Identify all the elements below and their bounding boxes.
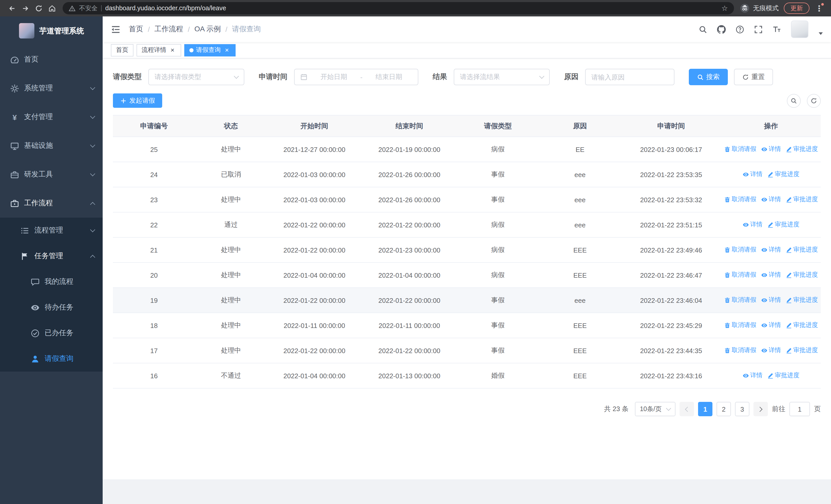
sidebar-item-system[interactable]: 系统管理: [0, 74, 103, 102]
sidebar-item-done-tasks[interactable]: 已办任务: [0, 320, 103, 346]
browser-refresh-icon[interactable]: [32, 2, 45, 15]
browser-forward-icon[interactable]: [19, 2, 32, 15]
page-size-select[interactable]: 10条/页: [635, 402, 676, 416]
collapse-sidebar-icon[interactable]: [111, 24, 121, 34]
op-cancel-link[interactable]: 取消请假: [724, 271, 756, 279]
tab-leave-query[interactable]: 请假查询 ×: [184, 44, 236, 56]
table-row[interactable]: 20 处理中 2022-01-04 00:00:00 2022-01-04 00…: [113, 263, 821, 288]
font-size-icon[interactable]: [773, 25, 781, 34]
pagination-next-button[interactable]: [753, 402, 768, 416]
close-icon[interactable]: ×: [223, 47, 230, 54]
sidebar-item-workflow[interactable]: 工作流程: [0, 189, 103, 217]
sidebar-item-devtools[interactable]: 研发工具: [0, 160, 103, 189]
op-progress-link[interactable]: 审批进度: [785, 321, 818, 330]
browser-home-icon[interactable]: [45, 2, 58, 15]
op-cancel-link[interactable]: 取消请假: [724, 346, 756, 355]
table-row[interactable]: 22 通过 2022-01-22 00:00:00 2022-01-22 00:…: [113, 212, 821, 237]
op-cancel-link[interactable]: 取消请假: [724, 195, 756, 204]
op-detail-link[interactable]: 详情: [761, 346, 781, 355]
op-detail-link[interactable]: 详情: [742, 371, 763, 380]
op-detail-link[interactable]: 详情: [761, 296, 781, 305]
url-text[interactable]: dashboard.yudao.iocoder.cn/bpm/oa/leave: [105, 5, 718, 12]
table-row[interactable]: 18 处理中 2022-01-11 00:00:00 2022-01-11 00…: [113, 313, 821, 338]
op-cancel-link[interactable]: 取消请假: [724, 321, 756, 330]
cell-start-time: 2022-01-04 00:00:00: [267, 263, 362, 288]
update-button[interactable]: 更新: [784, 3, 809, 14]
op-progress-link[interactable]: 审批进度: [785, 296, 818, 305]
sidebar-item-home[interactable]: 首页: [0, 45, 103, 74]
browser-menu-icon[interactable]: ⋮: [812, 2, 826, 15]
pagination-page-1[interactable]: 1: [698, 402, 712, 416]
user-avatar[interactable]: [791, 21, 808, 38]
table-row[interactable]: 16 不通过 2022-01-04 00:00:00 2022-01-13 00…: [113, 363, 821, 388]
reason-input[interactable]: [585, 69, 675, 85]
date-range-input[interactable]: 开始日期 - 结束日期: [294, 69, 418, 85]
breadcrumb-item[interactable]: 工作流程: [154, 25, 183, 34]
op-label: 详情: [769, 296, 781, 305]
incognito-icon: [740, 4, 749, 13]
op-progress-link[interactable]: 审批进度: [785, 245, 818, 254]
fullscreen-icon[interactable]: [754, 25, 763, 34]
tab-process-detail[interactable]: 流程详情 ×: [137, 44, 181, 56]
op-progress-link[interactable]: 审批进度: [785, 195, 818, 204]
close-icon[interactable]: ×: [169, 47, 176, 54]
sidebar-item-payment[interactable]: ¥ 支付管理: [0, 102, 103, 131]
op-cancel-link[interactable]: 取消请假: [724, 296, 756, 305]
address-bar[interactable]: 不安全 dashboard.yudao.iocoder.cn/bpm/oa/le…: [63, 2, 734, 14]
pagination-prev-button[interactable]: [680, 402, 694, 416]
reset-button[interactable]: 重置: [734, 69, 773, 85]
sidebar-item-process-management[interactable]: 流程管理: [0, 217, 103, 243]
op-cancel-link[interactable]: 取消请假: [724, 245, 756, 254]
op-progress-link[interactable]: 审批进度: [767, 220, 799, 229]
cell-reason: EEE: [539, 313, 621, 338]
breadcrumb-item[interactable]: 首页: [129, 25, 143, 34]
op-progress-link[interactable]: 审批进度: [767, 170, 799, 179]
op-detail-link[interactable]: 详情: [761, 321, 781, 330]
app-logo[interactable]: 芋道管理系统: [0, 17, 103, 45]
op-detail-link[interactable]: 详情: [761, 271, 781, 279]
bookmark-star-icon[interactable]: ☆: [721, 5, 728, 12]
search-icon[interactable]: [698, 25, 707, 34]
op-detail-link[interactable]: 详情: [742, 170, 763, 179]
op-detail-link[interactable]: 详情: [742, 220, 763, 229]
table-row[interactable]: 19 处理中 2022-01-22 00:00:00 2022-01-22 00…: [113, 288, 821, 313]
op-detail-link[interactable]: 详情: [761, 195, 781, 204]
caret-down-icon[interactable]: [819, 32, 823, 35]
help-icon[interactable]: [736, 25, 744, 34]
tab-home[interactable]: 首页: [111, 44, 134, 56]
toggle-search-button[interactable]: [787, 94, 801, 108]
sidebar-item-todo-tasks[interactable]: 待办任务: [0, 295, 103, 320]
sidebar-item-task-management[interactable]: 任务管理: [0, 243, 103, 269]
filter-label: 原因: [564, 72, 578, 82]
create-leave-button[interactable]: 发起请假: [113, 93, 162, 108]
table-row[interactable]: 17 处理中 2022-01-22 00:00:00 2022-01-22 00…: [113, 338, 821, 363]
pagination-page-3[interactable]: 3: [735, 402, 749, 416]
goto-page-input[interactable]: [790, 402, 810, 416]
sidebar-item-label: 已办任务: [45, 328, 94, 338]
sidebar-item-infrastructure[interactable]: 基础设施: [0, 131, 103, 160]
op-cancel-link[interactable]: 取消请假: [724, 145, 756, 154]
table-row[interactable]: 21 处理中 2022-01-22 00:00:00 2022-01-23 00…: [113, 237, 821, 263]
pagination-page-2[interactable]: 2: [717, 402, 731, 416]
op-progress-link[interactable]: 审批进度: [785, 145, 818, 154]
op-detail-link[interactable]: 详情: [761, 145, 781, 154]
security-warning-label[interactable]: 不安全: [79, 4, 97, 12]
leave-type-select[interactable]: 请选择请假类型: [148, 69, 244, 85]
sidebar-item-leave-query[interactable]: 请假查询: [0, 346, 103, 372]
sidebar-item-my-process[interactable]: 我的流程: [0, 269, 103, 295]
table-row[interactable]: 23 处理中 2022-01-03 00:00:00 2022-01-26 00…: [113, 187, 821, 212]
op-progress-link[interactable]: 审批进度: [767, 371, 799, 380]
table-row[interactable]: 25 处理中 2021-12-27 00:00:00 2022-01-19 00…: [113, 137, 821, 162]
search-button[interactable]: 搜索: [689, 69, 728, 85]
result-select[interactable]: 请选择流结果: [454, 69, 550, 85]
breadcrumb-item[interactable]: OA 示例: [195, 25, 221, 34]
browser-back-icon[interactable]: [5, 2, 19, 15]
op-progress-link[interactable]: 审批进度: [785, 346, 818, 355]
op-progress-link[interactable]: 审批进度: [785, 271, 818, 279]
op-detail-link[interactable]: 详情: [761, 245, 781, 254]
edit-icon: [785, 272, 792, 278]
cell-apply-time: 2022-01-22 23:53:32: [621, 187, 721, 212]
github-icon[interactable]: [717, 25, 726, 34]
refresh-table-button[interactable]: [807, 94, 821, 108]
table-row[interactable]: 24 已取消 2022-01-03 00:00:00 2022-01-26 00…: [113, 162, 821, 187]
